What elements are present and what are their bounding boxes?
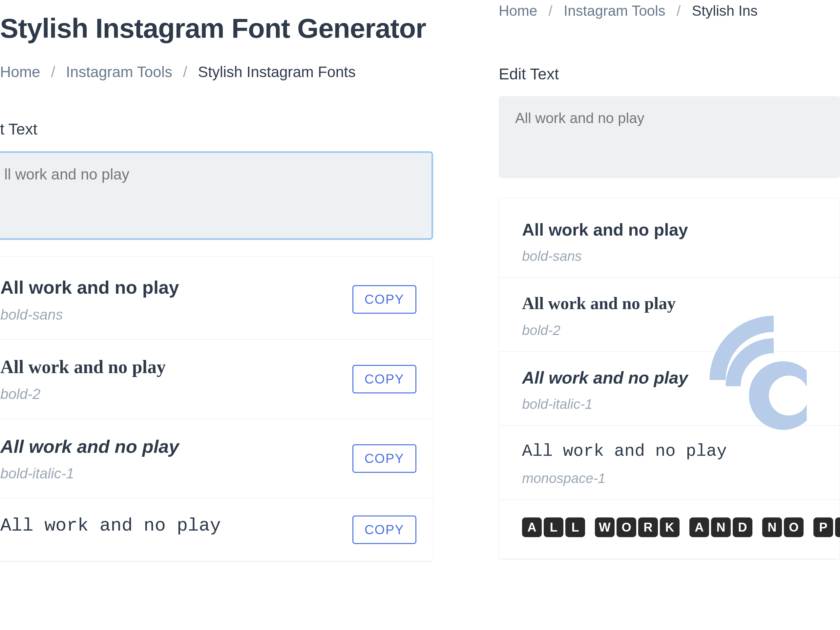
font-result-label: bold-sans — [0, 306, 346, 323]
font-result-row: ALLWORKANDNOPL — [499, 500, 840, 559]
font-result-text: All work and no play — [0, 276, 346, 298]
font-result-label: bold-2 — [0, 386, 346, 402]
font-result-label: bold-italic-1 — [0, 465, 346, 482]
font-result-row: All work and no playbold-2COPY — [0, 339, 433, 419]
copy-button[interactable]: COPY — [352, 365, 416, 393]
font-result-label: bold-sans — [522, 248, 820, 264]
breadcrumb: Home / Instagram Tools / Stylish Ins — [499, 3, 840, 19]
copy-button[interactable]: COPY — [352, 444, 416, 473]
edit-text-input[interactable] — [0, 151, 433, 240]
font-result-row: All work and no playmonospace-1 — [499, 426, 840, 499]
font-result-text: All work and no play — [522, 293, 820, 314]
results-list: All work and no playbold-sansAll work an… — [499, 198, 840, 559]
breadcrumb-current: Stylish Instagram Fonts — [198, 63, 356, 81]
font-result-row: All work and no playbold-sansCOPY — [0, 257, 433, 339]
font-result-row: All work and no playCOPY — [0, 499, 433, 561]
font-result-row: All work and no playbold-italic-1 — [499, 352, 840, 426]
edit-text-label: t Text — [0, 120, 453, 138]
font-result-text: All work and no play — [0, 436, 346, 458]
page-title: Stylish Instagram Font Generator — [0, 13, 453, 43]
copy-button[interactable]: COPY — [352, 285, 416, 314]
copy-button[interactable]: COPY — [352, 515, 416, 544]
breadcrumb-separator: / — [51, 63, 55, 81]
right-column: Home / Instagram Tools / Stylish Ins Edi… — [499, 0, 840, 559]
font-result-text: All work and no play — [522, 368, 820, 388]
breadcrumb-home[interactable]: Home — [0, 63, 40, 81]
breadcrumb-separator: / — [183, 63, 187, 81]
font-result-row: All work and no playbold-sans — [499, 198, 840, 278]
font-result-label: bold-2 — [522, 322, 820, 338]
breadcrumb-separator: / — [677, 3, 681, 19]
breadcrumb-current: Stylish Ins — [692, 3, 758, 19]
edit-text-label: Edit Text — [499, 65, 840, 83]
edit-text-input[interactable] — [499, 96, 840, 178]
font-result-text: All work and no play — [522, 219, 820, 240]
breadcrumb-separator: / — [549, 3, 553, 19]
breadcrumb: Home / Instagram Tools / Stylish Instagr… — [0, 63, 453, 81]
font-result-row: All work and no playbold-italic-1COPY — [0, 419, 433, 499]
breadcrumb-home[interactable]: Home — [499, 3, 537, 19]
font-result-label: monospace-1 — [522, 471, 820, 486]
breadcrumb-tools[interactable]: Instagram Tools — [66, 63, 172, 81]
font-result-text: All work and no play — [0, 515, 346, 537]
font-result-text: All work and no play — [522, 441, 820, 462]
breadcrumb-tools[interactable]: Instagram Tools — [564, 3, 665, 19]
results-list: All work and no playbold-sansCOPYAll wor… — [0, 256, 433, 562]
font-result-row: All work and no playbold-2 — [499, 278, 840, 351]
font-result-text: All work and no play — [0, 356, 346, 378]
left-column: Stylish Instagram Font Generator Home / … — [0, 0, 453, 562]
font-result-text: ALLWORKANDNOPL — [522, 515, 820, 537]
font-result-label: bold-italic-1 — [522, 396, 820, 412]
